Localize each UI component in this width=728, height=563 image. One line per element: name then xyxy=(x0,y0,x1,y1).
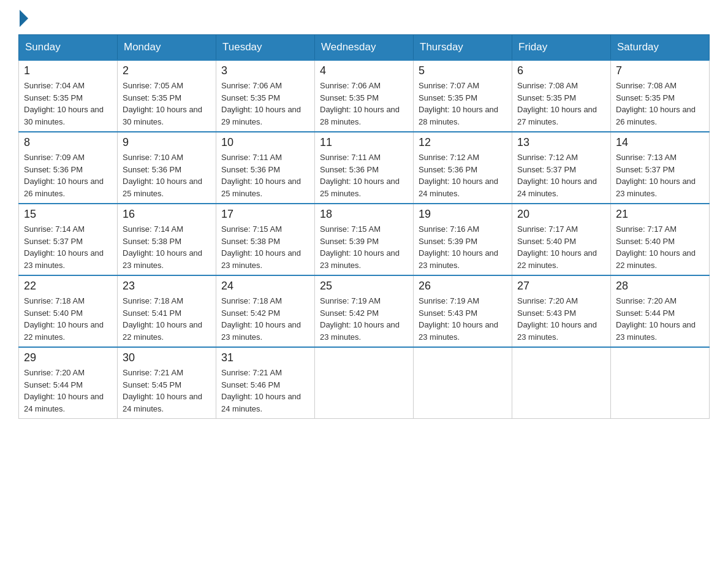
day-number: 18 xyxy=(320,208,408,221)
weekday-header-friday: Friday xyxy=(512,35,611,61)
day-number: 29 xyxy=(24,351,112,364)
calendar-week-4: 22 Sunrise: 7:18 AMSunset: 5:40 PMDaylig… xyxy=(19,275,710,347)
day-info: Sunrise: 7:14 AMSunset: 5:37 PMDaylight:… xyxy=(24,224,104,270)
weekday-header-thursday: Thursday xyxy=(414,35,512,61)
day-info: Sunrise: 7:18 AMSunset: 5:42 PMDaylight:… xyxy=(221,296,301,342)
calendar-day-10: 10 Sunrise: 7:11 AMSunset: 5:36 PMDaylig… xyxy=(216,132,315,204)
calendar-day-24: 24 Sunrise: 7:18 AMSunset: 5:42 PMDaylig… xyxy=(216,275,315,347)
day-number: 24 xyxy=(221,280,309,293)
day-number: 17 xyxy=(221,208,309,221)
day-info: Sunrise: 7:20 AMSunset: 5:43 PMDaylight:… xyxy=(517,296,597,342)
day-number: 27 xyxy=(517,280,605,293)
empty-cell xyxy=(611,347,710,419)
calendar-day-27: 27 Sunrise: 7:20 AMSunset: 5:43 PMDaylig… xyxy=(512,275,611,347)
day-number: 1 xyxy=(24,64,112,77)
calendar-day-8: 8 Sunrise: 7:09 AMSunset: 5:36 PMDayligh… xyxy=(19,132,118,204)
calendar-week-3: 15 Sunrise: 7:14 AMSunset: 5:37 PMDaylig… xyxy=(19,204,710,275)
day-info: Sunrise: 7:12 AMSunset: 5:36 PMDaylight:… xyxy=(419,153,498,198)
calendar-day-25: 25 Sunrise: 7:19 AMSunset: 5:42 PMDaylig… xyxy=(315,275,414,347)
calendar-day-16: 16 Sunrise: 7:14 AMSunset: 5:38 PMDaylig… xyxy=(118,204,216,275)
day-info: Sunrise: 7:21 AMSunset: 5:46 PMDaylight:… xyxy=(221,368,301,413)
day-info: Sunrise: 7:12 AMSunset: 5:37 PMDaylight:… xyxy=(517,153,597,198)
calendar-day-19: 19 Sunrise: 7:16 AMSunset: 5:39 PMDaylig… xyxy=(414,204,512,275)
day-number: 28 xyxy=(616,280,704,293)
day-info: Sunrise: 7:14 AMSunset: 5:38 PMDaylight:… xyxy=(123,224,202,270)
day-info: Sunrise: 7:05 AMSunset: 5:35 PMDaylight:… xyxy=(123,81,202,126)
empty-cell xyxy=(512,347,611,419)
day-number: 11 xyxy=(320,136,408,149)
weekday-header-monday: Monday xyxy=(118,35,216,61)
day-number: 12 xyxy=(419,136,507,149)
day-number: 14 xyxy=(616,136,704,149)
day-number: 16 xyxy=(123,208,211,221)
day-number: 3 xyxy=(221,64,309,77)
day-info: Sunrise: 7:21 AMSunset: 5:45 PMDaylight:… xyxy=(123,368,202,413)
day-info: Sunrise: 7:18 AMSunset: 5:41 PMDaylight:… xyxy=(123,296,202,342)
day-info: Sunrise: 7:16 AMSunset: 5:39 PMDaylight:… xyxy=(419,224,498,270)
day-number: 10 xyxy=(221,136,309,149)
day-info: Sunrise: 7:15 AMSunset: 5:38 PMDaylight:… xyxy=(221,224,301,270)
day-info: Sunrise: 7:19 AMSunset: 5:43 PMDaylight:… xyxy=(419,296,498,342)
day-number: 4 xyxy=(320,64,408,77)
day-info: Sunrise: 7:04 AMSunset: 5:35 PMDaylight:… xyxy=(24,81,104,126)
calendar-day-4: 4 Sunrise: 7:06 AMSunset: 5:35 PMDayligh… xyxy=(315,60,414,132)
day-number: 19 xyxy=(419,208,507,221)
calendar-day-20: 20 Sunrise: 7:17 AMSunset: 5:40 PMDaylig… xyxy=(512,204,611,275)
calendar-day-13: 13 Sunrise: 7:12 AMSunset: 5:37 PMDaylig… xyxy=(512,132,611,204)
day-info: Sunrise: 7:17 AMSunset: 5:40 PMDaylight:… xyxy=(616,224,696,270)
calendar-day-12: 12 Sunrise: 7:12 AMSunset: 5:36 PMDaylig… xyxy=(414,132,512,204)
calendar-day-1: 1 Sunrise: 7:04 AMSunset: 5:35 PMDayligh… xyxy=(19,60,118,132)
day-info: Sunrise: 7:13 AMSunset: 5:37 PMDaylight:… xyxy=(616,153,696,198)
page-header xyxy=(18,12,710,22)
weekday-header-saturday: Saturday xyxy=(611,35,710,61)
day-info: Sunrise: 7:08 AMSunset: 5:35 PMDaylight:… xyxy=(517,81,597,126)
day-info: Sunrise: 7:08 AMSunset: 5:35 PMDaylight:… xyxy=(616,81,696,126)
weekday-header-sunday: Sunday xyxy=(19,35,118,61)
day-info: Sunrise: 7:11 AMSunset: 5:36 PMDaylight:… xyxy=(221,153,301,198)
calendar-week-1: 1 Sunrise: 7:04 AMSunset: 5:35 PMDayligh… xyxy=(19,60,710,132)
day-number: 26 xyxy=(419,280,507,293)
day-number: 23 xyxy=(123,280,211,293)
calendar-day-17: 17 Sunrise: 7:15 AMSunset: 5:38 PMDaylig… xyxy=(216,204,315,275)
day-number: 7 xyxy=(616,64,704,77)
calendar-week-2: 8 Sunrise: 7:09 AMSunset: 5:36 PMDayligh… xyxy=(19,132,710,204)
day-info: Sunrise: 7:06 AMSunset: 5:35 PMDaylight:… xyxy=(221,81,301,126)
day-number: 25 xyxy=(320,280,408,293)
empty-cell xyxy=(414,347,512,419)
day-info: Sunrise: 7:11 AMSunset: 5:36 PMDaylight:… xyxy=(320,153,400,198)
day-number: 30 xyxy=(123,351,211,364)
weekday-header-wednesday: Wednesday xyxy=(315,35,414,61)
day-info: Sunrise: 7:19 AMSunset: 5:42 PMDaylight:… xyxy=(320,296,400,342)
calendar-day-2: 2 Sunrise: 7:05 AMSunset: 5:35 PMDayligh… xyxy=(118,60,216,132)
calendar-day-28: 28 Sunrise: 7:20 AMSunset: 5:44 PMDaylig… xyxy=(611,275,710,347)
calendar-day-26: 26 Sunrise: 7:19 AMSunset: 5:43 PMDaylig… xyxy=(414,275,512,347)
calendar-day-31: 31 Sunrise: 7:21 AMSunset: 5:46 PMDaylig… xyxy=(216,347,315,419)
calendar-day-18: 18 Sunrise: 7:15 AMSunset: 5:39 PMDaylig… xyxy=(315,204,414,275)
day-number: 21 xyxy=(616,208,704,221)
day-info: Sunrise: 7:15 AMSunset: 5:39 PMDaylight:… xyxy=(320,224,400,270)
day-number: 2 xyxy=(123,64,211,77)
calendar-day-23: 23 Sunrise: 7:18 AMSunset: 5:41 PMDaylig… xyxy=(118,275,216,347)
calendar-day-7: 7 Sunrise: 7:08 AMSunset: 5:35 PMDayligh… xyxy=(611,60,710,132)
calendar-day-21: 21 Sunrise: 7:17 AMSunset: 5:40 PMDaylig… xyxy=(611,204,710,275)
day-number: 31 xyxy=(221,351,309,364)
day-info: Sunrise: 7:07 AMSunset: 5:35 PMDaylight:… xyxy=(419,81,498,126)
calendar-day-11: 11 Sunrise: 7:11 AMSunset: 5:36 PMDaylig… xyxy=(315,132,414,204)
day-number: 8 xyxy=(24,136,112,149)
day-number: 5 xyxy=(419,64,507,77)
day-info: Sunrise: 7:06 AMSunset: 5:35 PMDaylight:… xyxy=(320,81,400,126)
calendar-day-14: 14 Sunrise: 7:13 AMSunset: 5:37 PMDaylig… xyxy=(611,132,710,204)
day-number: 13 xyxy=(517,136,605,149)
logo xyxy=(18,12,28,22)
calendar-day-22: 22 Sunrise: 7:18 AMSunset: 5:40 PMDaylig… xyxy=(19,275,118,347)
calendar-day-6: 6 Sunrise: 7:08 AMSunset: 5:35 PMDayligh… xyxy=(512,60,611,132)
day-info: Sunrise: 7:18 AMSunset: 5:40 PMDaylight:… xyxy=(24,296,104,342)
calendar-day-5: 5 Sunrise: 7:07 AMSunset: 5:35 PMDayligh… xyxy=(414,60,512,132)
day-info: Sunrise: 7:10 AMSunset: 5:36 PMDaylight:… xyxy=(123,153,202,198)
day-info: Sunrise: 7:17 AMSunset: 5:40 PMDaylight:… xyxy=(517,224,597,270)
empty-cell xyxy=(315,347,414,419)
calendar-day-15: 15 Sunrise: 7:14 AMSunset: 5:37 PMDaylig… xyxy=(19,204,118,275)
day-number: 20 xyxy=(517,208,605,221)
day-number: 9 xyxy=(123,136,211,149)
day-number: 6 xyxy=(517,64,605,77)
